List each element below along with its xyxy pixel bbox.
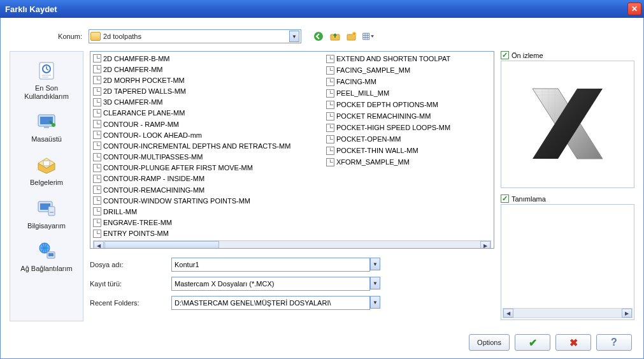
scroll-right-icon[interactable]: ▶ xyxy=(480,241,490,249)
description-scrollbar[interactable]: ◀ ▶ xyxy=(503,308,633,318)
file-item[interactable]: ENGRAVE-TREE-MM xyxy=(93,217,326,228)
file-name: CONTOUR-INCREMENTAL DEPTHS AND RETRACTS-… xyxy=(103,142,290,150)
scroll-left-icon[interactable]: ◀ xyxy=(94,241,104,249)
desktop-icon xyxy=(35,110,58,133)
file-icon xyxy=(93,54,101,62)
folder-icon xyxy=(90,32,101,41)
file-name: EXTEND AND SHORTEN TOOLPAT xyxy=(336,55,450,62)
file-item[interactable]: CONTOUR-PLUNGE AFTER FIRST MOVE-MM xyxy=(93,163,326,173)
check-icon: ✔ xyxy=(529,337,537,349)
svg-point-0 xyxy=(314,32,323,41)
file-item[interactable]: CONTOUR-REMACHINING-MM xyxy=(93,184,326,195)
file-item[interactable]: CONTOUR- LOOK AHEAD-mm xyxy=(93,129,326,140)
file-name: 2D CHAMFER-MM xyxy=(103,66,163,73)
filename-row: Dosya adı: ▼ xyxy=(90,258,494,272)
file-item[interactable]: 2D TAPERED WALLS-MM xyxy=(93,86,326,97)
file-name: CONTOUR-PLUNGE AFTER FIRST MOVE-MM xyxy=(103,164,253,172)
file-item[interactable]: POCKET REMACHINING-MM xyxy=(326,110,454,122)
file-name: POCKET DEPTH OPTIONS-MM xyxy=(336,101,438,108)
file-item[interactable]: FACING_SAMPLE_MM xyxy=(326,64,454,76)
sidebar-item-network[interactable]: Ağ Bağlantılarım xyxy=(11,236,82,279)
file-name: ENTRY POINTS-MM xyxy=(103,230,169,237)
file-item[interactable]: XFORM_SAMPLE_MM xyxy=(326,156,454,168)
cancel-icon: ✖ xyxy=(569,337,578,349)
sidebar-item-label: Masaüstü xyxy=(13,135,80,143)
chevron-down-icon[interactable]: ▼ xyxy=(370,258,380,270)
file-icon xyxy=(326,124,334,132)
back-icon[interactable] xyxy=(313,31,324,42)
file-item[interactable]: ENTRY POINTS-MM xyxy=(93,228,326,239)
places-sidebar: En Son Kullandıklarım Masaüstü Belgeleri… xyxy=(10,51,83,321)
view-mode-icon[interactable] xyxy=(362,31,374,42)
preview-label: Ön izleme xyxy=(512,52,543,59)
cancel-button[interactable]: ✖ xyxy=(555,334,591,351)
preview-checkbox[interactable]: ✓ xyxy=(501,51,509,59)
recent-folders-select[interactable] xyxy=(171,296,370,310)
help-button[interactable]: ? xyxy=(596,334,632,351)
filename-input[interactable] xyxy=(171,258,370,272)
file-item[interactable]: POCKET-HIGH SPEED LOOPS-MM xyxy=(326,122,454,133)
scroll-thumb[interactable] xyxy=(104,241,219,249)
file-item[interactable]: CONTOUR-MULTIPASSES-MM xyxy=(93,152,326,163)
file-item[interactable]: CONTOUR-RAMP - INSIDE-MM xyxy=(93,173,326,184)
file-icon xyxy=(93,65,101,73)
description-label: Tanımlama xyxy=(512,195,546,203)
file-name: PEEL_MILL_MM xyxy=(336,89,389,97)
options-button[interactable]: Options xyxy=(469,334,510,351)
file-item[interactable]: POCKET DEPTH OPTIONS-MM xyxy=(326,99,454,110)
file-name: CONTOUR - RAMP-MM xyxy=(103,121,179,128)
file-list-scrollbar[interactable]: ◀ ▶ xyxy=(93,240,491,249)
file-list[interactable]: 2D CHAMFER-B-MM2D CHAMFER-MM2D MORPH POC… xyxy=(90,51,494,249)
file-name: ENGRAVE-TREE-MM xyxy=(103,219,172,226)
file-icon xyxy=(93,164,101,172)
preview-image xyxy=(520,76,615,173)
file-item[interactable]: CONTOUR-INCREMENTAL DEPTHS AND RETRACTS-… xyxy=(93,140,326,151)
file-name: POCKET REMACHINING-MM xyxy=(336,112,431,120)
file-icon xyxy=(326,78,334,86)
scroll-left-icon[interactable]: ◀ xyxy=(503,309,513,318)
file-item[interactable]: POCKET-OPEN-MM xyxy=(326,133,454,145)
titlebar: Farklı Kaydet ✕ xyxy=(0,0,644,18)
file-item[interactable]: CONTOUR - RAMP-MM xyxy=(93,119,326,129)
file-item[interactable]: 3D CHAMFER-MM xyxy=(93,97,326,108)
file-item[interactable]: 2D CHAMFER-B-MM xyxy=(93,53,326,64)
chevron-down-icon[interactable]: ▼ xyxy=(289,31,299,42)
file-item[interactable]: 2D MORPH POCKET-MM xyxy=(93,75,326,85)
sidebar-item-label: En Son Kullandıklarım xyxy=(13,84,80,100)
file-item[interactable]: POCKET-THIN WALL-MM xyxy=(326,145,454,156)
location-combo[interactable]: 2d toolpaths ▼ xyxy=(89,29,301,43)
sidebar-item-recent[interactable]: En Son Kullandıklarım xyxy=(11,55,82,106)
file-item[interactable]: DRILL-MM xyxy=(93,206,326,217)
description-checkbox[interactable]: ✓ xyxy=(501,194,509,203)
file-icon xyxy=(93,153,101,161)
file-item[interactable]: FACING-MM xyxy=(326,76,454,87)
file-item[interactable]: PEEL_MILL_MM xyxy=(326,87,454,99)
svg-rect-18 xyxy=(48,207,55,216)
file-item[interactable]: EXTEND AND SHORTEN TOOLPAT xyxy=(326,53,454,64)
file-icon xyxy=(326,89,334,98)
filetype-select[interactable] xyxy=(171,277,370,291)
file-item[interactable]: CONTOUR-WINDOW STARTING POINTS-MM xyxy=(93,195,326,206)
file-name: CONTOUR-WINDOW STARTING POINTS-MM xyxy=(103,197,250,205)
chevron-down-icon[interactable]: ▼ xyxy=(370,277,380,289)
close-button[interactable]: ✕ xyxy=(627,3,641,15)
location-label: Konum: xyxy=(49,33,89,40)
file-item[interactable]: CLEARANCE PLANE-MM xyxy=(93,108,326,119)
up-folder-icon[interactable] xyxy=(329,31,341,42)
file-item[interactable]: 2D CHAMFER-MM xyxy=(93,64,326,75)
file-icon xyxy=(93,131,101,139)
sidebar-item-desktop[interactable]: Masaüstü xyxy=(11,106,82,150)
new-folder-icon[interactable] xyxy=(346,31,357,42)
computer-icon xyxy=(35,197,58,220)
help-icon: ? xyxy=(611,337,617,348)
description-box[interactable]: ◀ ▶ xyxy=(501,204,634,320)
sidebar-item-documents[interactable]: Belgelerim xyxy=(11,150,82,193)
sidebar-item-computer[interactable]: Bilgisayarım xyxy=(11,193,82,237)
close-icon: ✕ xyxy=(631,4,638,13)
chevron-down-icon[interactable]: ▼ xyxy=(370,296,380,309)
window-title: Farklı Kaydet xyxy=(5,4,57,14)
ok-button[interactable]: ✔ xyxy=(515,334,550,351)
file-name: CONTOUR-RAMP - INSIDE-MM xyxy=(103,175,204,182)
svg-rect-4 xyxy=(363,33,369,40)
scroll-right-icon[interactable]: ▶ xyxy=(622,309,632,318)
